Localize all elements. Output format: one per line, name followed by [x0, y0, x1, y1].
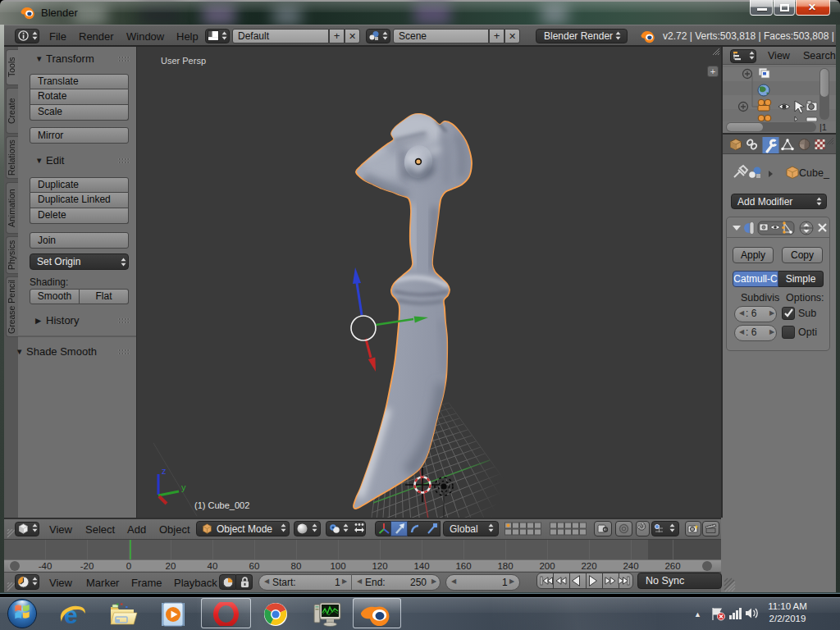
svg-text:e: e: [64, 601, 78, 628]
svg-text:y: y: [181, 482, 186, 492]
svg-text:z: z: [162, 466, 167, 476]
